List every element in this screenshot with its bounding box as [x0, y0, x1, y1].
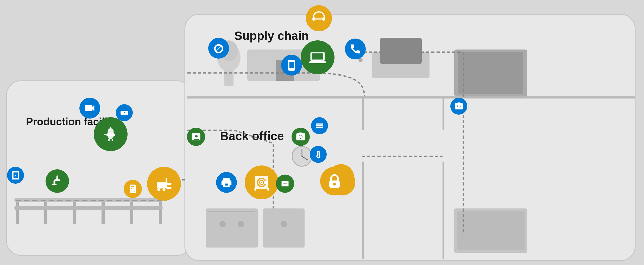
camera-icon-production-top: [79, 98, 100, 119]
svg-point-54: [157, 188, 161, 192]
svg-rect-35: [14, 206, 163, 210]
svg-rect-17: [206, 208, 258, 248]
thermostat-icon: [310, 146, 327, 163]
svg-rect-33: [159, 201, 162, 224]
nvr-box-icon: [276, 175, 294, 193]
svg-point-74: [458, 105, 460, 107]
svg-point-71: [299, 135, 302, 138]
printer-icon: [216, 172, 237, 193]
svg-rect-70: [268, 188, 269, 190]
robot-arm-icon: [46, 169, 69, 193]
svg-rect-63: [314, 60, 321, 61]
svg-rect-68: [265, 181, 268, 184]
conveyor-connection-icon: [116, 104, 133, 121]
svg-rect-6: [443, 130, 444, 162]
svg-rect-53: [167, 183, 171, 185]
svg-rect-46: [54, 180, 60, 181]
mobile-phone-icon: [281, 55, 302, 76]
supply-chain-label: Supply chain: [234, 29, 309, 43]
svg-point-67: [261, 182, 263, 183]
forklift-icon: [147, 167, 181, 201]
svg-point-55: [162, 188, 166, 192]
svg-rect-30: [73, 201, 76, 224]
svg-rect-27: [457, 211, 525, 250]
svg-rect-20: [208, 211, 255, 212]
svg-rect-48: [52, 184, 56, 185]
tank-icon-production: [94, 117, 128, 151]
svg-rect-39: [110, 127, 111, 130]
svg-rect-62: [310, 61, 326, 63]
svg-rect-4: [443, 98, 444, 259]
svg-rect-21: [263, 208, 305, 248]
svg-rect-13: [380, 38, 422, 64]
laptop-icon-supply-chain: [301, 40, 334, 74]
svg-rect-31: [102, 201, 105, 224]
lock-icon-far-right: [320, 167, 349, 195]
svg-point-44: [125, 112, 126, 113]
svg-rect-69: [255, 188, 256, 190]
svg-point-19: [238, 221, 244, 227]
safe-icon: [245, 165, 279, 199]
svg-rect-32: [130, 201, 133, 224]
svg-rect-61: [312, 53, 324, 60]
svg-rect-28: [16, 201, 19, 224]
camera-icon-supply-chain: [208, 38, 229, 59]
scene: Production facility Supply chain Back of…: [0, 0, 644, 265]
svg-point-43: [122, 112, 123, 113]
svg-rect-38: [107, 134, 115, 136]
svg-rect-41: [112, 139, 113, 141]
svg-rect-2: [187, 96, 635, 98]
svg-rect-58: [314, 18, 324, 20]
svg-rect-29: [44, 201, 47, 224]
svg-rect-3: [362, 98, 364, 259]
svg-point-18: [219, 221, 226, 227]
svg-rect-51: [166, 178, 167, 189]
svg-point-76: [333, 183, 336, 186]
svg-rect-52: [167, 187, 171, 189]
keypad-icon-supply-chain: [345, 39, 366, 59]
calculator-icon-production: [124, 180, 142, 198]
hololens-icon-top: [306, 5, 332, 31]
access-badge-icon: [187, 128, 205, 146]
svg-rect-50: [157, 183, 166, 189]
svg-point-22: [281, 221, 287, 227]
camera-icon-back-office: [292, 128, 310, 146]
svg-rect-16: [458, 52, 523, 94]
control-panel-icon-right: [311, 117, 328, 134]
svg-rect-40: [108, 139, 109, 141]
door-panel-icon-production: [7, 167, 24, 184]
camera-icon-right-section: [450, 98, 467, 115]
back-office-label: Back office: [220, 129, 284, 143]
svg-point-49: [56, 175, 58, 177]
